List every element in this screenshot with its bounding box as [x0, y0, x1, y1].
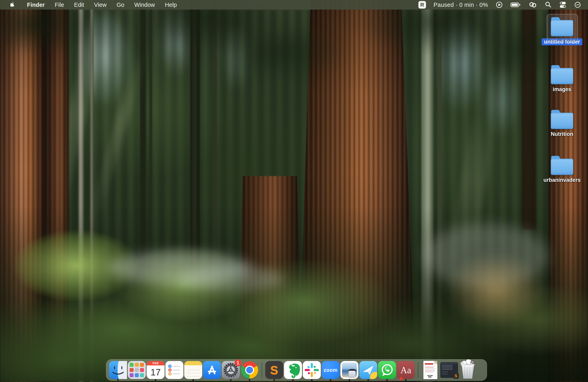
folder-icon [551, 156, 573, 175]
link-icon[interactable] [528, 1, 537, 8]
running-indicator [155, 379, 156, 381]
notes-app-icon [184, 361, 202, 379]
desktop-folder-nutrition[interactable]: Nutrition [540, 109, 584, 137]
dock: FEB 17 1 [106, 359, 487, 381]
dock-item-zoom[interactable]: zoom [322, 361, 340, 379]
desktop-wallpaper [0, 0, 588, 382]
sublime-text-app-icon: S [265, 361, 283, 379]
folder-icon [551, 65, 573, 84]
dictionary-app-icon: Aa [397, 361, 415, 379]
control-center-icon[interactable] [559, 1, 567, 8]
dock-item-minimized-window[interactable]: S [440, 361, 458, 379]
menu-view[interactable]: View [89, 1, 111, 8]
dock-item-spark[interactable] [359, 361, 377, 379]
calendar-app-icon: FEB 17 [147, 361, 165, 379]
launchpad-app-icon [128, 361, 146, 379]
running-indicator [230, 379, 231, 381]
pdf-document-icon [423, 361, 437, 379]
calendar-month: FEB [147, 361, 165, 365]
zoom-wordmark: zoom [324, 367, 337, 373]
calendar-day: 17 [147, 365, 165, 379]
desktop-icons-area: untitled folder images Nutrition urbanin… [540, 14, 584, 214]
wallpaper-mist [180, 266, 284, 292]
dock-separator [418, 362, 419, 378]
menu-bar-left: Finder File Edit View Go Window Help [0, 1, 182, 8]
menu-edit[interactable]: Edit [69, 1, 89, 8]
menu-window[interactable]: Window [129, 1, 160, 8]
folder-label: Nutrition [551, 131, 573, 137]
folder-icon [551, 17, 573, 36]
running-indicator [330, 379, 331, 381]
desktop-folder-images[interactable]: images [540, 64, 584, 93]
running-indicator [192, 379, 194, 381]
tracker-status-text[interactable]: Paused · 0 min · 0% [434, 1, 488, 8]
running-indicator [367, 379, 369, 381]
running-indicator [249, 379, 251, 381]
dock-item-finder[interactable] [109, 361, 127, 379]
finder-app-icon [109, 361, 127, 379]
dock-item-reminders[interactable] [165, 361, 183, 379]
dock-item-trash[interactable] [459, 361, 477, 379]
dock-item-system-settings[interactable]: 1 [222, 361, 240, 379]
menu-help[interactable]: Help [160, 1, 182, 8]
trash-icon [459, 361, 477, 379]
chrome-app-icon [241, 361, 259, 379]
preview-app-icon [340, 361, 358, 379]
dock-item-notes[interactable] [184, 361, 202, 379]
dictionary-bookmark [399, 377, 402, 381]
dock-item-evernote[interactable] [284, 361, 302, 379]
menu-file[interactable]: File [50, 1, 69, 8]
dock-item-dictionary[interactable]: Aa [397, 361, 415, 379]
dock-item-preview[interactable] [340, 361, 358, 379]
evernote-app-icon [284, 361, 302, 379]
desktop-folder-urbaninvaders[interactable]: urbaninvaders [540, 155, 584, 183]
app-store-app-icon [203, 361, 221, 379]
dock-item-sublime-text[interactable]: S [265, 361, 283, 379]
zoom-app-icon: zoom [322, 361, 340, 379]
dock-item-chrome[interactable] [241, 361, 259, 379]
folder-icon [551, 110, 573, 129]
folder-label: urbaninvaders [543, 177, 581, 183]
running-indicator [386, 379, 388, 381]
running-indicator [311, 379, 313, 381]
whatsapp-app-icon [378, 361, 396, 379]
dock-separator [262, 362, 262, 378]
folder-label: images [553, 86, 571, 93]
clock-icon[interactable] [574, 1, 581, 8]
running-indicator [405, 379, 407, 381]
wallpaper-sunlit-clearing [444, 252, 548, 328]
apple-logo-icon [10, 2, 16, 8]
desktop-folder-untitled[interactable]: untitled folder [540, 16, 584, 45]
running-indicator [117, 379, 119, 381]
dock-item-launchpad[interactable] [128, 361, 146, 379]
minimized-window-thumbnail: S [441, 362, 458, 378]
spotlight-search-icon[interactable] [545, 1, 552, 8]
dictionary-wordmark: Aa [400, 365, 411, 375]
running-indicator [349, 379, 350, 381]
reminders-app-icon [165, 361, 183, 379]
dock-item-app-store[interactable] [203, 361, 221, 379]
notification-badge: 1 [235, 360, 241, 366]
menu-go[interactable]: Go [112, 1, 129, 8]
menu-finder[interactable]: Finder [22, 1, 50, 8]
wallpaper-canopy-shadow [0, 0, 588, 116]
dock-item-calendar[interactable]: FEB 17 [147, 361, 165, 379]
tracker-app-badge[interactable]: R [419, 1, 426, 9]
running-indicator [292, 379, 294, 381]
sublime-text-badge-icon: S [453, 373, 459, 379]
menu-bar: Finder File Edit View Go Window Help R P… [0, 0, 588, 10]
play-circle-icon[interactable] [496, 1, 503, 8]
battery-icon[interactable] [510, 2, 521, 8]
dock-item-whatsapp[interactable] [378, 361, 396, 379]
spark-app-icon [359, 361, 377, 379]
apple-menu[interactable] [8, 2, 18, 8]
dock-item-pdf-document[interactable] [421, 361, 440, 379]
slack-app-icon [303, 361, 321, 379]
running-indicator [273, 379, 275, 381]
dock-item-slack[interactable] [303, 361, 321, 379]
menu-bar-status-area: R Paused · 0 min · 0% [419, 1, 588, 9]
